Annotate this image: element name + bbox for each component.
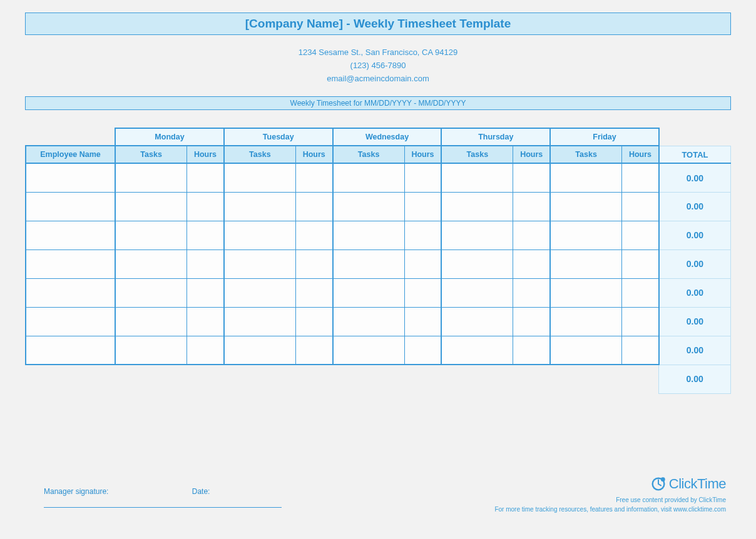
empty-corner: [26, 128, 115, 146]
employee-cell[interactable]: [26, 221, 115, 249]
employee-cell[interactable]: [26, 307, 115, 336]
tasks-cell[interactable]: [441, 192, 513, 221]
hours-cell[interactable]: [404, 163, 441, 192]
tasks-cell[interactable]: [333, 336, 404, 365]
tasks-cell[interactable]: [333, 221, 404, 249]
tasks-cell[interactable]: [115, 307, 186, 336]
brand-line2: For more time tracking resources, featur…: [494, 505, 726, 514]
hours-cell[interactable]: [187, 307, 224, 336]
svg-point-2: [661, 477, 665, 481]
employee-cell[interactable]: [26, 249, 115, 278]
tasks-cell[interactable]: [441, 221, 513, 249]
hours-cell[interactable]: [187, 221, 224, 249]
table-row: 0.00: [26, 278, 731, 307]
hours-cell[interactable]: [513, 221, 550, 249]
day-header-friday: Friday: [550, 128, 659, 146]
hours-cell[interactable]: [622, 278, 659, 307]
tasks-cell[interactable]: [441, 249, 513, 278]
tasks-cell[interactable]: [224, 278, 295, 307]
tasks-cell[interactable]: [441, 278, 513, 307]
employee-cell[interactable]: [26, 163, 115, 192]
tasks-cell[interactable]: [224, 249, 295, 278]
tasks-cell[interactable]: [550, 249, 621, 278]
tasks-cell[interactable]: [115, 249, 186, 278]
tasks-cell[interactable]: [333, 307, 404, 336]
tasks-cell[interactable]: [550, 192, 621, 221]
tasks-cell[interactable]: [115, 192, 186, 221]
hours-cell[interactable]: [404, 336, 441, 365]
tasks-cell[interactable]: [115, 163, 186, 192]
hours-cell[interactable]: [622, 163, 659, 192]
tasks-cell[interactable]: [550, 221, 621, 249]
hours-cell[interactable]: [513, 307, 550, 336]
date-range-bar: Weekly Timesheet for MM/DD/YYYY - MM/DD/…: [25, 96, 731, 110]
tasks-cell[interactable]: [333, 249, 404, 278]
signature-block: Manager signature: Date:: [44, 487, 282, 508]
brand-name: ClickTime: [669, 473, 726, 494]
hours-cell[interactable]: [622, 249, 659, 278]
hours-cell[interactable]: [187, 278, 224, 307]
employee-cell[interactable]: [26, 278, 115, 307]
hours-cell[interactable]: [404, 249, 441, 278]
hours-cell[interactable]: [295, 249, 332, 278]
tasks-cell[interactable]: [441, 336, 513, 365]
page-title: [Company Name] - Weekly Timesheet Templa…: [245, 17, 511, 30]
hours-cell[interactable]: [513, 163, 550, 192]
tasks-cell[interactable]: [550, 278, 621, 307]
clock-icon: [650, 476, 667, 492]
employee-cell[interactable]: [26, 336, 115, 365]
tasks-cell[interactable]: [550, 307, 621, 336]
hours-cell[interactable]: [513, 249, 550, 278]
date-range: Weekly Timesheet for MM/DD/YYYY - MM/DD/…: [290, 99, 466, 108]
timesheet-table: Monday Tuesday Wednesday Thursday Friday…: [25, 128, 731, 394]
hours-cell[interactable]: [295, 221, 332, 249]
hours-cell[interactable]: [295, 192, 332, 221]
tasks-cell[interactable]: [441, 307, 513, 336]
signature-date-label: Date:: [192, 487, 210, 496]
row-total: 0.00: [659, 221, 731, 249]
col-tasks-mon: Tasks: [115, 146, 186, 163]
hours-cell[interactable]: [187, 336, 224, 365]
hours-cell[interactable]: [404, 307, 441, 336]
hours-cell[interactable]: [622, 307, 659, 336]
hours-cell[interactable]: [404, 278, 441, 307]
table-row: 0.00: [26, 221, 731, 249]
signature-label: Manager signature:: [44, 487, 108, 496]
tasks-cell[interactable]: [115, 278, 186, 307]
tasks-cell[interactable]: [550, 336, 621, 365]
hours-cell[interactable]: [622, 192, 659, 221]
hours-cell[interactable]: [187, 249, 224, 278]
tasks-cell[interactable]: [441, 163, 513, 192]
hours-cell[interactable]: [513, 336, 550, 365]
hours-cell[interactable]: [513, 278, 550, 307]
hours-cell[interactable]: [622, 336, 659, 365]
tasks-cell[interactable]: [224, 192, 295, 221]
hours-cell[interactable]: [513, 192, 550, 221]
employee-cell[interactable]: [26, 192, 115, 221]
tasks-cell[interactable]: [224, 221, 295, 249]
tasks-cell[interactable]: [333, 163, 404, 192]
grand-total: 0.00: [659, 365, 731, 393]
table-row: 0.00: [26, 249, 731, 278]
tasks-cell[interactable]: [224, 336, 295, 365]
hours-cell[interactable]: [295, 163, 332, 192]
hours-cell[interactable]: [295, 307, 332, 336]
hours-cell[interactable]: [622, 221, 659, 249]
tasks-cell[interactable]: [333, 278, 404, 307]
tasks-cell[interactable]: [115, 336, 186, 365]
hours-cell[interactable]: [187, 163, 224, 192]
hours-cell[interactable]: [295, 278, 332, 307]
tasks-cell[interactable]: [333, 192, 404, 221]
col-hours-wed: Hours: [404, 146, 441, 163]
hours-cell[interactable]: [404, 192, 441, 221]
hours-cell[interactable]: [187, 192, 224, 221]
brand-line1: Free use content provided by ClickTime: [494, 495, 726, 505]
tasks-cell[interactable]: [224, 307, 295, 336]
tasks-cell[interactable]: [224, 163, 295, 192]
brand-block: ClickTime Free use content provided by C…: [494, 473, 726, 514]
hours-cell[interactable]: [295, 336, 332, 365]
tasks-cell[interactable]: [115, 221, 186, 249]
hours-cell[interactable]: [404, 221, 441, 249]
tasks-cell[interactable]: [550, 163, 621, 192]
table-row: 0.00: [26, 307, 731, 336]
